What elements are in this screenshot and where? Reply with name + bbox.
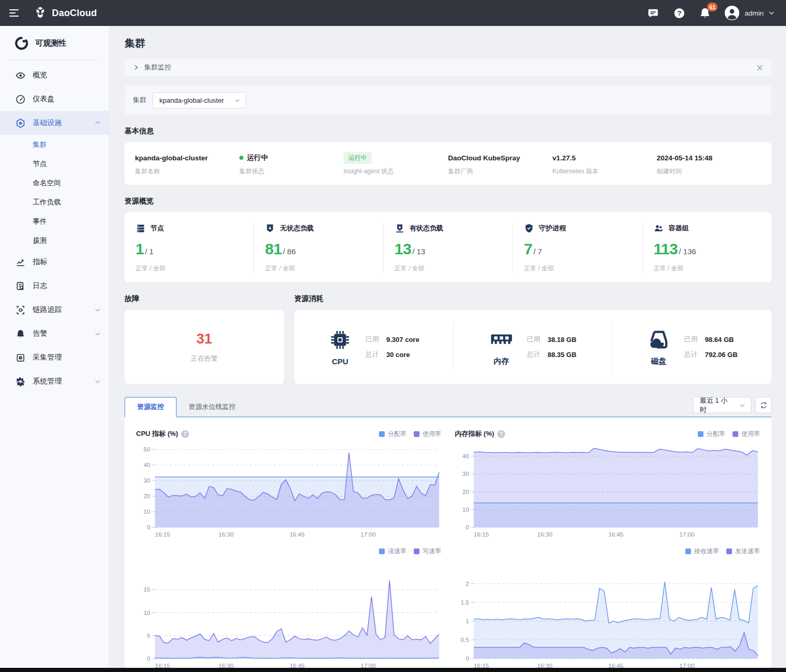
created-time-value: 2024-05-14 15:48 xyxy=(657,152,761,163)
daocloud-logo-icon xyxy=(33,6,47,20)
total-label: 总计 xyxy=(527,350,540,359)
disk-io-area-chart: 05101516:1516:3016:4517:00 xyxy=(136,572,441,668)
memory-used-value: 38.18 GB xyxy=(548,336,577,344)
svg-text:1: 1 xyxy=(466,618,469,624)
chevron-down-icon xyxy=(94,378,101,385)
sidebar: 可观测性 概览 仪表盘 基础设施 集群 节点 命名空间 工作负载 事件 拨测 指… xyxy=(0,26,110,668)
sidebar-item-label: 系统管理 xyxy=(33,377,62,386)
legend-label: 发送速率 xyxy=(735,547,760,556)
stat-sub: 正常 / 全部 xyxy=(524,264,642,273)
k8s-version-label: Kubernetes 版本 xyxy=(552,167,657,176)
svg-text:2: 2 xyxy=(466,580,469,586)
used-label: 已用 xyxy=(527,335,540,344)
sidebar-item-alerts[interactable]: 告警 xyxy=(0,322,109,346)
k8s-version-value: v1.27.5 xyxy=(552,152,657,163)
sidebar-subitem-probes[interactable]: 拨测 xyxy=(0,231,109,250)
sidebar-item-label: 仪表盘 xyxy=(33,94,55,104)
stateful-workload-icon xyxy=(395,223,405,234)
legend-label: 读速率 xyxy=(388,547,406,556)
sidebar-item-overview[interactable]: 概览 xyxy=(0,63,109,87)
sidebar-item-dashboard[interactable]: 仪表盘 xyxy=(0,87,109,111)
svg-text:16:15: 16:15 xyxy=(155,531,170,538)
refresh-button[interactable] xyxy=(755,397,771,413)
svg-text:17:00: 17:00 xyxy=(680,531,695,538)
svg-text:16:30: 16:30 xyxy=(537,531,553,538)
sidebar-subitem-namespaces[interactable]: 命名空间 xyxy=(0,173,109,193)
stat-label: 守护进程 xyxy=(539,224,566,233)
sidebar-item-system[interactable]: 系统管理 xyxy=(0,369,109,393)
chart-legend: 接收速率 发送速率 xyxy=(685,547,760,556)
sidebar-item-metrics[interactable]: 指标 xyxy=(0,250,109,274)
svg-text:40: 40 xyxy=(143,461,150,468)
chart-disk-io: 读速率 写速率 05101516:1516:3016:4517:00 xyxy=(136,544,441,668)
sidebar-subitem-events[interactable]: 事件 xyxy=(0,212,109,231)
help-button[interactable]: ? xyxy=(672,6,686,20)
brand-logo[interactable]: DaoCloud xyxy=(33,6,97,20)
created-time-label: 创建时间 xyxy=(657,167,761,176)
svg-text:0: 0 xyxy=(466,655,469,662)
svg-text:17:00: 17:00 xyxy=(361,531,376,538)
chart-legend: 分配率 使用率 xyxy=(379,430,441,438)
cluster-filter-bar: 集群 kpanda-global-cluster xyxy=(125,86,771,115)
sidebar-item-tracing[interactable]: 链路追踪 xyxy=(0,298,109,322)
svg-text:16:45: 16:45 xyxy=(608,662,624,668)
sidebar-item-collection[interactable]: 采集管理 xyxy=(0,346,109,369)
svg-text:16:45: 16:45 xyxy=(290,531,305,538)
stat-label: 节点 xyxy=(151,224,164,233)
cluster-select[interactable]: kpanda-global-cluster xyxy=(153,92,246,108)
svg-text:0: 0 xyxy=(147,524,151,530)
chart-network: 接收速率 发送速率 00.511.5216:1516:3016:4517:00 xyxy=(455,544,760,668)
help-icon[interactable]: ? xyxy=(497,430,505,438)
sidebar-item-logs[interactable]: 日志 xyxy=(0,274,109,298)
network-area-chart: 00.511.5216:1516:3016:4517:00 xyxy=(455,572,760,668)
sidebar-item-label: 链路追踪 xyxy=(33,305,62,314)
tab-resource-monitor[interactable]: 资源监控 xyxy=(125,397,177,417)
node-server-icon xyxy=(135,223,146,234)
sidebar-subitem-clusters[interactable]: 集群 xyxy=(0,135,109,154)
svg-text:16:15: 16:15 xyxy=(155,662,170,668)
status-dot xyxy=(239,156,243,160)
memory-total-value: 88.35 GB xyxy=(548,351,577,359)
sidebar-subitem-workloads[interactable]: 工作负载 xyxy=(0,193,109,212)
svg-text:16:45: 16:45 xyxy=(608,531,624,538)
chevron-down-icon xyxy=(768,10,775,16)
notifications-button[interactable]: 61 xyxy=(698,6,712,20)
svg-text:10: 10 xyxy=(462,506,469,513)
product-header: 可观测性 xyxy=(0,26,109,60)
sidebar-subitem-label: 节点 xyxy=(33,159,47,169)
chart-legend: 分配率 使用率 xyxy=(698,430,760,438)
sidebar-item-label: 告警 xyxy=(33,329,47,338)
fault-consumption-row: 故障 31 正在告警 资源消耗 CPU 已用9.307 core 总计30 co… xyxy=(125,282,771,384)
daemonset-shield-icon xyxy=(524,223,534,234)
close-icon[interactable] xyxy=(756,64,763,71)
tracing-icon xyxy=(16,305,25,315)
menu-toggle-icon[interactable] xyxy=(9,9,20,17)
info-col-status: 运行中 集群状态 xyxy=(239,152,344,176)
stat-total: / 136 xyxy=(679,247,696,256)
feedback-button[interactable] xyxy=(646,6,660,20)
time-range-select[interactable]: 最近 1 小时 xyxy=(693,397,751,413)
svg-text:5: 5 xyxy=(147,632,150,639)
stat-total: / 86 xyxy=(283,247,296,256)
cpu-used-value: 9.307 core xyxy=(386,336,419,344)
legend-label: 接收速率 xyxy=(694,547,719,556)
legend-label: 分配率 xyxy=(388,430,406,438)
cluster-name-value: kpanda-global-cluster xyxy=(135,152,239,163)
tab-waterline-monitor[interactable]: 资源水位线监控 xyxy=(177,397,248,417)
notification-badge: 61 xyxy=(707,3,717,11)
help-icon[interactable]: ? xyxy=(181,430,189,438)
chevron-right-icon[interactable] xyxy=(133,64,139,71)
stat-value: 13 xyxy=(395,240,411,258)
legend-swatch xyxy=(379,431,385,437)
user-menu[interactable]: admin xyxy=(724,5,775,21)
svg-text:0.5: 0.5 xyxy=(460,636,469,643)
vendor-label: 集群厂商 xyxy=(448,167,552,176)
sidebar-item-infrastructure[interactable]: 基础设施 xyxy=(0,111,109,135)
used-label: 已用 xyxy=(684,335,698,344)
stat-value: 7 xyxy=(524,240,532,258)
info-col-created: 2024-05-14 15:48 创建时间 xyxy=(657,152,761,176)
stat-value: 81 xyxy=(265,240,281,258)
sidebar-subitem-nodes[interactable]: 节点 xyxy=(0,154,109,173)
svg-text:10: 10 xyxy=(143,609,150,615)
stat-value: 1 xyxy=(135,240,144,258)
